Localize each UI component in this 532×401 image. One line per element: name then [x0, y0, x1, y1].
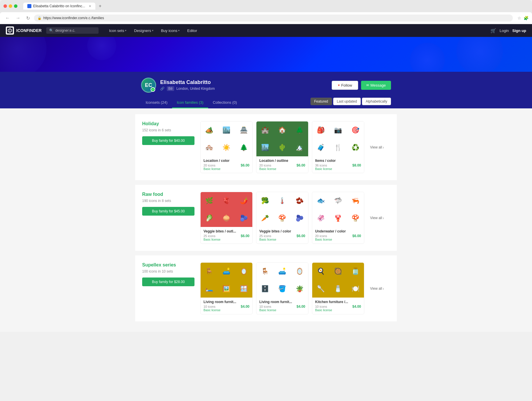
icon-set-name: Items / color — [315, 159, 361, 163]
extensions-icon[interactable]: 🧩 — [524, 16, 529, 20]
preview-icon: 🛋️ — [218, 263, 235, 280]
preview-icon: 🪞 — [291, 263, 308, 280]
family-section-supellex: Supellex series 100 icons in 10 sets Buy… — [135, 255, 397, 321]
icon-set-price: $6.00 — [241, 163, 249, 167]
browser-tab[interactable]: Elisabetta Calabritto on Iconfinc... ✕ — [23, 3, 95, 10]
icon-set-card[interactable]: 🐟 🦈 🦐 🦑 🦞 🍄 Underwater / color 20 — [312, 192, 364, 244]
nav-editor[interactable]: Editor — [184, 27, 201, 35]
icon-set-price: $6.00 — [241, 234, 249, 238]
maximize-dot[interactable] — [14, 4, 17, 8]
preview-icon: 🦈 — [329, 192, 347, 210]
preview-icon: 🏘️ — [201, 139, 218, 156]
close-dot[interactable] — [3, 4, 7, 8]
icon-sets-grid-rawfood: 🌿 🫀 🌶️ 🥬 🧅 🫐 Veggie bites / outl... — [200, 192, 390, 244]
icon-set-license: Basic license — [315, 238, 361, 241]
profile-actions: ♥ Follow ✉ Message — [332, 81, 391, 90]
preview-icon: 🪞 — [235, 263, 252, 280]
icon-set-card[interactable]: 🌿 🫀 🌶️ 🥬 🧅 🫐 Veggie bites / outl... — [200, 192, 253, 244]
icon-set-card[interactable]: 🏕️ 🏙️ 🏯 🏘️ ☀️ 🌲 Location / color 2 — [200, 121, 253, 173]
preview-icon: 🍄 — [347, 210, 364, 227]
logo[interactable]: ICONFINDER — [6, 26, 42, 35]
behance-link[interactable]: Bē — [167, 86, 174, 91]
hero-banner — [0, 37, 532, 72]
address-bar[interactable]: 🔒 https://www.iconfinder.com/e.c./famili… — [34, 15, 513, 22]
preview-icon: ♻️ — [347, 139, 364, 156]
preview-icon: 🪑 — [201, 263, 218, 280]
preview-icon: 🫙 — [347, 263, 364, 280]
sort-alphabetically[interactable]: Alphabetically — [362, 98, 391, 105]
family-info-holiday: Holiday 152 icons in 6 sets Buy family f… — [142, 121, 194, 173]
minimize-dot[interactable] — [9, 4, 12, 8]
reload-button[interactable]: ↻ — [24, 15, 32, 22]
icon-set-card[interactable]: 🪑 🛋️ 🪞 🛏️ 🖼️ 🪟 Living room furnit... — [200, 262, 253, 314]
preview-icon: 🪟 — [235, 280, 252, 298]
sort-last-updated[interactable]: Last updated — [333, 98, 361, 105]
nav-designers[interactable]: Designers ▾ — [131, 27, 157, 35]
family-meta-holiday: 152 icons in 6 sets — [142, 128, 194, 132]
preview-icon: 🏠 — [274, 121, 291, 139]
profile-meta: 🔗 Bē London, United Kingdom — [160, 86, 215, 91]
icon-set-card[interactable]: 🏰 🏠 🌲 🏙️ 🌵 🏔️ Location / outline — [256, 121, 308, 173]
preview-icon: 🫐 — [291, 210, 308, 227]
icon-set-card[interactable]: 🍳 🥘 🫙 🥄 🧂 🍽️ Kitchen furniture /... — [312, 262, 364, 314]
buy-supellex-button[interactable]: Buy family for $28.00 — [142, 278, 194, 286]
icon-set-card[interactable]: 🪑 🛋️ 🪞 🗄️ 🪣 🪴 Living room furnit... — [256, 262, 308, 314]
view-all-holiday[interactable]: View all › — [368, 121, 386, 173]
sort-featured[interactable]: Featured — [310, 98, 332, 105]
icon-set-price: $4.00 — [241, 305, 249, 309]
login-button[interactable]: Login — [500, 28, 509, 33]
navbar: ICONFINDER 🔍 designer:e.c. Icon sets ▾ D… — [0, 24, 532, 37]
tab-close-button[interactable]: ✕ — [89, 4, 91, 8]
follow-button[interactable]: ♥ Follow — [332, 81, 358, 90]
tab-title: Elisabetta Calabritto on Iconfinc... — [33, 4, 85, 8]
cart-icon[interactable]: 🛒 — [490, 28, 496, 33]
tab-iconsets[interactable]: Iconsets (24) — [141, 97, 172, 108]
icon-set-license: Basic license — [203, 238, 249, 241]
nav-icon-sets[interactable]: Icon sets ▾ — [106, 27, 130, 35]
message-button[interactable]: ✉ Message — [361, 81, 391, 90]
icon-set-price: $4.00 — [352, 305, 361, 309]
buy-holiday-button[interactable]: Buy family for $40.00 — [142, 136, 194, 145]
preview-icon: 🐟 — [312, 192, 329, 210]
buy-rawfood-button[interactable]: Buy family for $45.00 — [142, 207, 194, 216]
preview-icon: 🪴 — [291, 280, 308, 298]
icon-set-count: 25 icons — [259, 234, 271, 238]
nav-menu: Icon sets ▾ Designers ▾ Buy icons ▾ Edit… — [106, 27, 201, 35]
nav-search[interactable]: 🔍 designer:e.c. — [46, 27, 99, 34]
bookmark-icon[interactable]: ☆ — [517, 16, 521, 20]
preview-icon: 🍳 — [312, 263, 329, 280]
view-all-supellex[interactable]: View all › — [368, 262, 386, 314]
dropdown-icon: ▾ — [152, 29, 153, 32]
new-tab-button[interactable]: + — [97, 2, 104, 10]
nav-buy-icons[interactable]: Buy icons ▾ — [158, 27, 183, 35]
icon-set-license: Basic license — [259, 167, 305, 171]
icon-set-license: Basic license — [203, 167, 249, 171]
logo-text: ICONFINDER — [16, 28, 42, 33]
profile-section: ec ✓ Elisabetta Calabritto 🔗 Bē London, … — [0, 72, 532, 108]
preview-icon: 🎒 — [312, 121, 329, 139]
chevron-right-icon: › — [383, 216, 384, 220]
preview-icon: 🧳 — [312, 139, 329, 156]
icon-set-card[interactable]: 🎒 📷 🎯 🧳 🍴 ♻️ Items / color 36 icon — [312, 121, 364, 173]
back-button[interactable]: ← — [3, 15, 12, 21]
signup-button[interactable]: Sign up — [512, 28, 526, 33]
main-content: Holiday 152 icons in 6 sets Buy family f… — [0, 108, 532, 332]
message-icon: ✉ — [366, 83, 369, 87]
forward-button[interactable]: → — [14, 15, 22, 21]
view-all-rawfood[interactable]: View all › — [368, 192, 386, 244]
security-icon: 🔒 — [38, 16, 42, 20]
icon-set-price: $4.00 — [297, 305, 305, 309]
link-icon[interactable]: 🔗 — [160, 87, 165, 91]
preview-icon: 📷 — [329, 121, 347, 139]
tab-icon-families[interactable]: Icon families (3) — [172, 97, 208, 108]
dropdown-icon: ▾ — [125, 29, 126, 32]
nav-right: 🛒 Login Sign up — [490, 28, 526, 33]
icon-set-card[interactable]: 🥦 🌡️ 🫘 🥕 🍄 🫐 Veggie bites / color — [256, 192, 308, 244]
chevron-right-icon: › — [383, 286, 384, 291]
tabs-left: Iconsets (24) Icon families (3) Collecti… — [141, 97, 242, 108]
icon-set-count: 20 icons — [315, 234, 327, 238]
icon-set-name: Kitchen furniture /... — [315, 300, 361, 304]
preview-icon: 🍽️ — [347, 280, 364, 298]
preview-icon: 🌿 — [201, 192, 218, 210]
tab-collections[interactable]: Collections (0) — [208, 97, 242, 108]
